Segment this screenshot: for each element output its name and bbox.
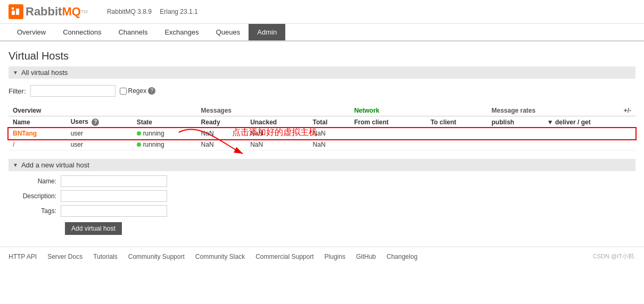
regex-help-icon[interactable]: ? (148, 87, 155, 95)
vhost-users-cell: user (67, 139, 133, 150)
add-collapse-arrow[interactable]: ▼ (13, 162, 18, 168)
footer-commercial-support[interactable]: Commercial Support (255, 253, 313, 260)
vhost-from-client-cell (350, 128, 426, 139)
footer-tutorials[interactable]: Tutorials (93, 253, 118, 260)
col-from-client: From client (350, 116, 426, 128)
logo-mq: MQ (62, 5, 80, 18)
tags-form-row: Tags: (9, 205, 635, 217)
svg-rect-1 (16, 9, 19, 15)
main-content: Virtual Hosts ▼ All virtual hosts Filter… (0, 41, 644, 247)
nav-exchanges[interactable]: Exchanges (156, 24, 207, 40)
group-header-row: Overview Messages Network Message rates … (9, 105, 635, 116)
description-label: Description: (9, 192, 56, 200)
version-info: RabbitMQ 3.8.9 Erlang 23.1.1 (107, 8, 204, 15)
main-nav: Overview Connections Channels Exchanges … (0, 24, 644, 41)
rabbitmq-version: RabbitMQ 3.8.9 (107, 8, 152, 15)
group-network: Network (350, 105, 487, 116)
vhost-to-client-cell (426, 139, 488, 150)
vhost-publish-cell (487, 128, 542, 139)
submit-row: Add virtual host (9, 220, 635, 235)
footer-community-support[interactable]: Community Support (128, 253, 185, 260)
filter-input[interactable] (30, 85, 115, 97)
app-header: RabbitMQ TM RabbitMQ 3.8.9 Erlang 23.1.1 (0, 0, 644, 24)
vhost-deliver-cell (543, 139, 635, 150)
filter-row: Filter: Regex ? (9, 83, 635, 99)
status-dot (137, 142, 141, 147)
logo-icon (9, 4, 23, 19)
footer-http-api[interactable]: HTTP API (9, 253, 37, 260)
vhost-unacked-cell: NaN (246, 139, 308, 150)
add-vhost-button[interactable]: Add virtual host (65, 222, 122, 235)
nav-overview[interactable]: Overview (9, 24, 54, 40)
vhosts-table: Overview Messages Network Message rates … (9, 105, 635, 150)
logo-rabbit: Rabbit (26, 5, 62, 18)
vhost-deliver-cell (543, 128, 635, 139)
collapse-arrow[interactable]: ▼ (13, 70, 18, 75)
vhost-name-cell: / (9, 139, 67, 150)
vhost-total-cell: NaN (309, 139, 350, 150)
vhost-ready-cell: NaN (197, 139, 246, 150)
description-form-row: Description: (9, 190, 635, 202)
users-help-icon[interactable]: ? (92, 119, 99, 126)
add-vhost-section: ▼ Add a new virtual host Name: Descripti… (9, 159, 635, 235)
vhost-from-client-cell (350, 139, 426, 150)
footer-community-slack[interactable]: Community Slack (195, 253, 245, 260)
footer-github[interactable]: GitHub (356, 253, 376, 260)
vhost-unacked-cell: NaN (246, 128, 308, 139)
col-total: Total (309, 116, 350, 128)
vhost-total-cell: NaN (309, 128, 350, 139)
nav-queues[interactable]: Queues (208, 24, 249, 40)
tags-label: Tags: (9, 207, 56, 215)
footer-plugins[interactable]: Plugins (325, 253, 345, 260)
col-unacked: Unacked (246, 116, 308, 128)
vhost-name-link[interactable]: / (13, 141, 14, 148)
col-users: Users ? (67, 116, 133, 128)
vhost-publish-cell (487, 139, 542, 150)
vhost-name-link[interactable]: BNTang (13, 130, 37, 137)
footer-changelog[interactable]: Changelog (386, 253, 417, 260)
vhost-users-cell: user (67, 128, 133, 139)
tags-input[interactable] (61, 205, 167, 217)
footer-server-docs[interactable]: Server Docs (47, 253, 82, 260)
nav-channels[interactable]: Channels (110, 24, 156, 40)
section-label: All virtual hosts (21, 69, 68, 77)
nav-admin[interactable]: Admin (249, 24, 285, 40)
name-label: Name: (9, 178, 56, 185)
vhost-ready-cell: NaN (197, 128, 246, 139)
vhost-name-cell: BNTang (9, 128, 67, 139)
all-virtual-hosts-section: ▼ All virtual hosts (9, 66, 635, 79)
description-input[interactable] (61, 190, 167, 202)
col-deliver: ▼ deliver / get (543, 116, 635, 128)
col-to-client: To client (426, 116, 488, 128)
filter-label: Filter: (9, 87, 26, 95)
logo: RabbitMQ TM (9, 4, 96, 19)
vhost-to-client-cell (426, 128, 488, 139)
status-dot (137, 131, 141, 136)
footer-credit: CSDN @IT小郭. (593, 252, 635, 260)
regex-checkbox[interactable] (120, 88, 127, 95)
table-row: / user running NaN NaN NaN (9, 139, 635, 150)
group-overview: Overview (9, 105, 197, 116)
col-name: Name (9, 116, 67, 128)
add-section-label: Add a new virtual host (21, 161, 89, 169)
plus-minus-btn[interactable]: +/- (624, 107, 631, 114)
name-input[interactable] (61, 175, 167, 187)
page-title: Virtual Hosts (9, 50, 635, 62)
vhost-state-cell: running (133, 139, 197, 150)
logo-tm: TM (81, 9, 88, 14)
col-header-row: Name Users ? State Ready Unacked Total F… (9, 116, 635, 128)
regex-label: Regex (120, 87, 147, 95)
svg-rect-2 (12, 7, 14, 10)
logo-text: RabbitMQ (26, 5, 81, 19)
vhost-state-cell: running (133, 128, 197, 139)
regex-text: Regex (128, 87, 147, 95)
name-form-row: Name: (9, 175, 635, 187)
table-row: BNTang user running NaN NaN NaN (9, 128, 635, 139)
footer: HTTP API Server Docs Tutorials Community… (0, 247, 644, 266)
svg-rect-0 (12, 11, 15, 15)
col-state: State (133, 116, 197, 128)
nav-connections[interactable]: Connections (54, 24, 110, 40)
erlang-version: Erlang 23.1.1 (160, 8, 197, 15)
col-publish: publish (487, 116, 542, 128)
group-message-rates: Message rates +/- (487, 105, 635, 116)
